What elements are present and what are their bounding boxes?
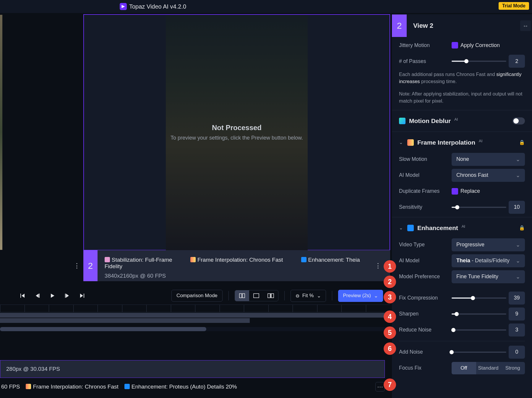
sharpen-slider[interactable]: [452, 313, 506, 315]
focus-fix-segment[interactable]: Off Standard Strong: [452, 362, 525, 374]
chevron-down-icon: ⌄: [317, 293, 321, 299]
annotation-3: 3: [384, 291, 396, 303]
timeline-track-2[interactable]: [0, 318, 250, 323]
play-button[interactable]: [47, 290, 58, 301]
frame-interpolation-icon: [407, 139, 414, 146]
passes-value[interactable]: 2: [509, 55, 525, 68]
svg-rect-1: [39, 294, 40, 298]
view-badge[interactable]: 2: [83, 250, 98, 281]
sharpen-value[interactable]: 9: [509, 308, 525, 321]
clip-card[interactable]: 280px @ 30.034 FPS: [0, 360, 385, 378]
go-start-button[interactable]: [17, 290, 28, 301]
annotation-6: 6: [384, 342, 396, 355]
clip-menu-right[interactable]: ⋮: [375, 262, 381, 270]
clip-filters-line: Stabilization: Full-Frame Frame Interpol…: [105, 257, 383, 270]
trial-mode-badge[interactable]: Trial Mode: [499, 2, 529, 10]
view1-peek: [0, 15, 2, 250]
video-type-select[interactable]: Progressive: [452, 238, 525, 251]
timeline-scroll-thumb[interactable]: [0, 327, 206, 331]
fix-compression-value[interactable]: 39: [509, 292, 525, 305]
enhancement-icon: [124, 384, 130, 389]
add-noise-label: Add Noise: [399, 349, 446, 355]
focus-fix-strong[interactable]: Strong: [500, 362, 525, 374]
go-end-button[interactable]: [76, 290, 87, 301]
lock-icon[interactable]: 🔒: [519, 140, 525, 145]
app-logo-icon: [120, 3, 127, 10]
model-preference-label: Model Preference: [399, 274, 446, 280]
preview-area: Not Processed To preview your settings, …: [83, 14, 390, 250]
layout-ab-icon[interactable]: [263, 290, 278, 301]
focus-fix-off[interactable]: Off: [452, 362, 476, 374]
passes-slider[interactable]: [452, 61, 506, 62]
enhancement-section[interactable]: ⌄ Enhancement AI 🔒: [399, 219, 525, 237]
focus-fix-standard[interactable]: Standard: [476, 362, 501, 374]
video-type-label: Video Type: [399, 242, 446, 248]
svg-rect-6: [254, 294, 259, 298]
annotation-7: 7: [384, 378, 396, 391]
reduce-noise-slider[interactable]: [452, 329, 506, 331]
jittery-motion-check-label: Apply Correction: [460, 42, 500, 48]
clip-menu-left[interactable]: ⋮: [74, 262, 80, 270]
add-noise-slider[interactable]: [452, 352, 506, 353]
fix-compression-label: Fix Compression: [399, 295, 446, 301]
duplicate-frames-label: Duplicate Frames: [399, 188, 446, 194]
sensitivity-value[interactable]: 10: [509, 201, 525, 214]
lock-icon[interactable]: 🔒: [519, 225, 525, 231]
annotation-4: 4: [384, 310, 396, 323]
title-bar: Topaz Video AI v4.2.0 Trial Mode: [0, 0, 532, 13]
model-preference-select[interactable]: Fine Tune Fidelity: [452, 270, 525, 283]
timeline-ruler[interactable]: [0, 305, 390, 312]
timeline-scrollbar[interactable]: [0, 327, 390, 331]
bottom-status-line: 60 FPS Frame Interpolation: Chronos Fast…: [0, 382, 385, 391]
svg-rect-7: [268, 294, 270, 298]
annotation-2: 2: [384, 276, 396, 288]
jittery-motion-label: Jittery Motion: [399, 42, 446, 48]
motion-deblur-icon: [399, 118, 406, 124]
sharpen-label: Sharpen: [399, 311, 446, 317]
chevron-down-icon: ⌄: [399, 140, 404, 145]
fix-compression-slider[interactable]: [452, 297, 506, 299]
svg-rect-4: [239, 294, 242, 298]
frame-interpolation-section[interactable]: ⌄ Frame Interpolation AI 🔒: [399, 134, 525, 151]
chevron-down-icon: ⌄: [399, 225, 404, 231]
zoom-fit-button[interactable]: ⊖ Fit % ⌄: [291, 290, 326, 302]
preview-button[interactable]: Preview (2s) ⌄: [338, 290, 383, 302]
step-fwd-button[interactable]: [61, 290, 73, 301]
sensitivity-label: Sensitivity: [399, 204, 446, 210]
panel-resize-icon[interactable]: ↔: [520, 20, 531, 31]
enhancement-icon: [407, 225, 414, 231]
reduce-noise-value[interactable]: 3: [509, 323, 525, 336]
comparison-mode-button[interactable]: Comparison Mode: [171, 290, 223, 302]
fi-model-select[interactable]: Chronos Fast: [452, 169, 525, 182]
svg-rect-0: [20, 294, 21, 298]
clip-resolution-line: 3840x2160px @ 60 FPS: [105, 273, 383, 279]
duplicate-frames-checkbox[interactable]: [452, 188, 458, 195]
chevron-down-icon: ⌄: [374, 293, 378, 299]
layout-single-icon[interactable]: [249, 290, 263, 301]
motion-deblur-toggle[interactable]: [512, 117, 525, 124]
jittery-motion-checkbox[interactable]: [452, 42, 458, 48]
add-noise-value[interactable]: 0: [509, 346, 525, 359]
app-title: Topaz Video AI v4.2.0: [129, 3, 186, 10]
svg-rect-5: [242, 294, 245, 298]
zoom-out-icon: ⊖: [296, 293, 299, 299]
passes-helper: Each additional pass runs Chronos Fast a…: [399, 71, 525, 85]
svg-rect-8: [271, 294, 274, 298]
panel-view-badge[interactable]: 2: [392, 14, 407, 37]
annotation-1: 1: [384, 260, 396, 273]
panel-header: 2 View 2 ↔: [392, 14, 532, 37]
layout-segment[interactable]: [235, 290, 278, 301]
step-back-button[interactable]: [32, 290, 43, 301]
sensitivity-slider[interactable]: [452, 207, 506, 208]
not-processed-title: Not Processed: [212, 124, 262, 132]
more-button[interactable]: ⋯: [375, 382, 385, 391]
timeline-track-1[interactable]: [0, 313, 390, 318]
enh-model-label: AI Model: [399, 258, 446, 264]
fi-model-label: AI Model: [399, 172, 446, 178]
enh-model-select[interactable]: Theia - Details/Fidelity: [452, 254, 525, 267]
frame-interpolation-icon: [190, 257, 196, 262]
reduce-noise-label: Reduce Noise: [399, 327, 446, 333]
motion-deblur-section[interactable]: Motion Deblur AI: [399, 112, 525, 130]
slow-motion-select[interactable]: None: [452, 153, 525, 166]
layout-split-icon[interactable]: [235, 290, 249, 301]
